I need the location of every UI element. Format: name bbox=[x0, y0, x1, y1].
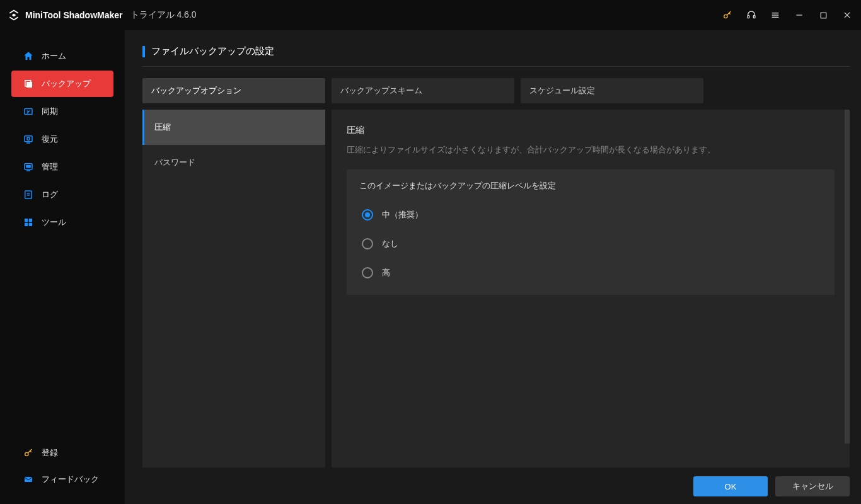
sidebar-item-log[interactable]: ログ bbox=[11, 181, 113, 208]
button-label: OK bbox=[725, 482, 737, 491]
dialog-footer: OK キャンセル bbox=[142, 467, 850, 496]
minimize-icon[interactable] bbox=[793, 9, 806, 21]
sidebar-item-label: 同期 bbox=[42, 106, 58, 117]
sub-item-label: パスワード bbox=[154, 157, 195, 168]
titlebar: MiniTool ShadowMaker トライアル 4.6.0 bbox=[0, 0, 861, 30]
tab-label: バックアップオプション bbox=[151, 85, 241, 96]
option-box-title: このイメージまたはバックアップの圧縮レベルを設定 bbox=[359, 181, 822, 192]
sync-icon bbox=[23, 106, 34, 117]
options-sub-sidebar: 圧縮 パスワード bbox=[142, 110, 325, 467]
radio-label: 中（推奨） bbox=[382, 209, 423, 220]
radio-icon bbox=[362, 267, 373, 278]
sidebar-item-label: ツール bbox=[42, 217, 66, 228]
tools-icon bbox=[23, 217, 34, 228]
app-logo-icon bbox=[8, 9, 20, 21]
svg-rect-11 bbox=[26, 82, 32, 88]
compression-option-box: このイメージまたはバックアップの圧縮レベルを設定 中（推奨） なし 高 bbox=[347, 169, 835, 295]
radio-label: 高 bbox=[382, 267, 390, 278]
home-icon bbox=[23, 50, 34, 62]
page-header: ファイルバックアップの設定 bbox=[142, 45, 850, 67]
tab-label: バックアップスキーム bbox=[340, 85, 422, 96]
sidebar-item-label: ホーム bbox=[42, 50, 66, 62]
svg-rect-13 bbox=[25, 136, 32, 142]
sidebar: ホーム バックアップ 同期 復元 bbox=[0, 30, 125, 504]
sidebar-item-label: フィードバック bbox=[42, 474, 99, 485]
sidebar-item-label: 登録 bbox=[42, 447, 58, 459]
tabs: バックアップオプション バックアップスキーム スケジュール設定 bbox=[142, 78, 850, 103]
radio-label: なし bbox=[382, 238, 398, 249]
radio-icon bbox=[362, 209, 373, 220]
radio-option-medium[interactable]: 中（推奨） bbox=[362, 209, 822, 220]
sidebar-item-backup[interactable]: バックアップ bbox=[11, 71, 113, 97]
tab-label: スケジュール設定 bbox=[529, 85, 595, 96]
content-area: ファイルバックアップの設定 バックアップオプション バックアップスキーム スケジ… bbox=[125, 30, 861, 504]
menu-icon[interactable] bbox=[769, 9, 782, 21]
svg-rect-17 bbox=[26, 166, 30, 168]
svg-rect-22 bbox=[25, 219, 28, 222]
key-icon[interactable] bbox=[721, 9, 734, 21]
app-edition: トライアル 4.6.0 bbox=[130, 9, 197, 21]
scrollbar[interactable] bbox=[845, 110, 850, 444]
button-label: キャンセル bbox=[792, 481, 833, 492]
svg-rect-24 bbox=[25, 223, 28, 226]
sidebar-item-restore[interactable]: 復元 bbox=[11, 126, 113, 152]
detail-heading: 圧縮 bbox=[347, 125, 835, 136]
manage-icon bbox=[23, 161, 34, 173]
restore-icon bbox=[23, 134, 34, 145]
sidebar-item-label: バックアップ bbox=[42, 78, 91, 89]
svg-rect-1 bbox=[748, 16, 749, 18]
maximize-icon[interactable] bbox=[817, 9, 829, 21]
sidebar-item-tools[interactable]: ツール bbox=[11, 209, 113, 236]
sidebar-item-label: ログ bbox=[42, 189, 58, 200]
cancel-button[interactable]: キャンセル bbox=[775, 476, 850, 496]
sidebar-item-register[interactable]: 登録 bbox=[11, 440, 113, 466]
sub-item-password[interactable]: パスワード bbox=[142, 145, 325, 180]
detail-panel: 圧縮 圧縮によりファイルサイズは小さくなりますが、合計バックアップ時間が長くなる… bbox=[332, 110, 850, 467]
svg-rect-27 bbox=[25, 477, 32, 482]
radio-option-none[interactable]: なし bbox=[362, 238, 822, 249]
svg-rect-25 bbox=[29, 223, 32, 226]
svg-rect-2 bbox=[753, 16, 755, 18]
sidebar-item-sync[interactable]: 同期 bbox=[11, 98, 113, 125]
app-title: MiniTool ShadowMaker bbox=[25, 10, 123, 20]
key-icon bbox=[23, 447, 34, 459]
sidebar-item-manage[interactable]: 管理 bbox=[11, 154, 113, 180]
mail-icon bbox=[23, 474, 34, 485]
tab-backup-scheme[interactable]: バックアップスキーム bbox=[332, 78, 514, 103]
detail-description: 圧縮によりファイルサイズは小さくなりますが、合計バックアップ時間が長くなる場合が… bbox=[347, 145, 835, 156]
headset-icon[interactable] bbox=[745, 9, 758, 21]
backup-icon bbox=[23, 78, 34, 89]
sidebar-item-label: 管理 bbox=[42, 161, 58, 173]
svg-rect-7 bbox=[821, 13, 826, 18]
radio-option-high[interactable]: 高 bbox=[362, 267, 822, 278]
header-accent-bar bbox=[142, 46, 145, 57]
svg-rect-23 bbox=[29, 219, 32, 222]
sub-item-label: 圧縮 bbox=[154, 122, 171, 133]
sub-item-compression[interactable]: 圧縮 bbox=[142, 110, 325, 145]
sidebar-item-feedback[interactable]: フィードバック bbox=[11, 466, 113, 493]
page-title: ファイルバックアップの設定 bbox=[151, 45, 274, 57]
tab-backup-options[interactable]: バックアップオプション bbox=[142, 78, 325, 103]
radio-icon bbox=[362, 238, 373, 249]
svg-point-0 bbox=[724, 14, 727, 18]
sidebar-item-label: 復元 bbox=[42, 134, 58, 145]
ok-button[interactable]: OK bbox=[693, 476, 768, 496]
tab-schedule[interactable]: スケジュール設定 bbox=[521, 78, 703, 103]
svg-point-26 bbox=[25, 452, 28, 455]
close-icon[interactable] bbox=[841, 9, 853, 21]
svg-point-14 bbox=[27, 137, 30, 140]
sidebar-item-home[interactable]: ホーム bbox=[11, 43, 113, 69]
log-icon bbox=[23, 189, 34, 200]
